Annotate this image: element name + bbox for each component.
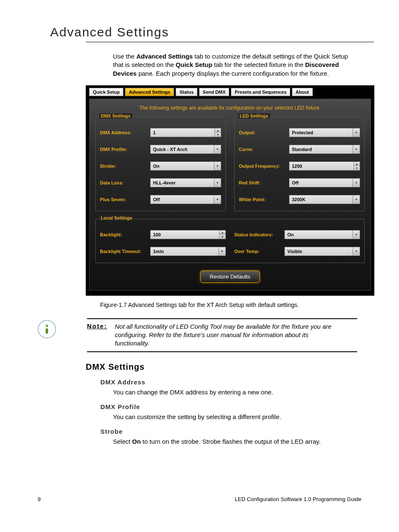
row-status-indicators: Status Indicators: On ▼ (234, 230, 360, 239)
heading-strobe: Strobe (100, 428, 374, 435)
group-local-settings: Local Settings Backlight: 100 ▲ ▼ (95, 219, 365, 263)
dropdown-icon[interactable]: ▼ (214, 195, 221, 204)
input-dmx-profile[interactable]: Quick - XT Arch ▼ (150, 145, 221, 154)
input-data-loss[interactable]: HLL-4ever ▼ (150, 178, 221, 187)
dropdown-icon[interactable]: ▼ (219, 247, 225, 256)
figure-caption: Figure-1.7 Advanced Settings tab for the… (25, 302, 374, 308)
row-strobe: Strobe: On ▼ (100, 161, 221, 171)
spinner-down-icon[interactable]: ▼ (220, 234, 225, 239)
dropdown-icon[interactable]: ▼ (353, 179, 360, 187)
input-white-point[interactable]: 3200K ▼ (289, 195, 360, 204)
row-over-temp: Over Temp: Visible ▼ (234, 247, 360, 256)
tab-about[interactable]: About (292, 88, 313, 96)
row-curve: Curve: Standard ▼ (239, 145, 360, 154)
advanced-settings-panel: Quick Setup Advanced Settings Status Sen… (86, 85, 374, 296)
label-over-temp: Over Temp: (234, 249, 280, 254)
group-led-settings: LED Settings Output: Protected ▼ Curve: … (234, 117, 365, 211)
row-backlight: Backlight: 100 ▲ ▼ (100, 230, 226, 239)
input-curve[interactable]: Standard ▼ (289, 145, 360, 154)
input-output[interactable]: Protected ▼ (289, 128, 360, 137)
spinner-down-icon[interactable]: ▼ (215, 132, 221, 137)
row-white-point: White Point: 3200K ▼ (239, 195, 360, 204)
group-title-dmx: DMX Settings (99, 113, 132, 118)
row-plus-seven: Plus Seven: Off ▼ (100, 195, 221, 204)
dropdown-icon[interactable]: ▼ (353, 195, 360, 204)
footer-doc-title: LED Configuration Software 1.0 Programmi… (235, 496, 361, 502)
input-strobe[interactable]: On ▼ (150, 161, 221, 171)
label-white-point: White Point: (239, 197, 285, 202)
text-dmx-address: You can change the DMX address by enteri… (113, 388, 357, 396)
heading-dmx-address: DMX Address (100, 379, 374, 386)
dropdown-icon[interactable]: ▼ (353, 247, 360, 256)
dropdown-icon[interactable]: ▼ (214, 179, 221, 187)
label-status-indicators: Status Indicators: (234, 232, 280, 237)
input-over-temp[interactable]: Visible ▼ (284, 247, 360, 256)
input-backlight[interactable]: 100 ▲ ▼ (150, 230, 226, 239)
group-title-led: LED Settings (238, 113, 270, 118)
heading-dmx-profile: DMX Profile (100, 403, 374, 410)
row-dmx-address: DMX Address: 1 ▲ ▼ (100, 128, 221, 137)
note-body: Not all functionality of LED Config Tool… (115, 322, 341, 348)
page-title: Advanced Settings (50, 25, 374, 39)
section-dmx-settings: DMX Settings (86, 362, 374, 372)
label-data-loss: Data Loss: (100, 180, 146, 185)
row-output: Output: Protected ▼ (239, 128, 360, 137)
label-curve: Curve: (239, 147, 285, 152)
row-red-shift: Red Shift: Off ▼ (239, 178, 360, 187)
dropdown-icon[interactable]: ▼ (214, 162, 221, 170)
label-strobe: Strobe: (100, 164, 146, 169)
dropdown-icon[interactable]: ▼ (353, 230, 360, 239)
input-backlight-timeout[interactable]: 1min ▼ (150, 247, 226, 256)
panel-body: The following settings are available for… (89, 99, 371, 291)
label-backlight-timeout: Backlight Timeout: (100, 249, 146, 254)
row-backlight-timeout: Backlight Timeout: 1min ▼ (100, 247, 226, 256)
spinner-up-icon[interactable]: ▲ (220, 230, 225, 235)
text-dmx-profile: You can customize the setting by selecti… (113, 413, 357, 421)
input-red-shift[interactable]: Off ▼ (289, 178, 360, 187)
row-dmx-profile: DMX Profile: Quick - XT Arch ▼ (100, 145, 221, 154)
dropdown-icon[interactable]: ▼ (353, 128, 360, 137)
note-block: Note: Not all functionality of LED Confi… (87, 318, 357, 352)
tab-strip: Quick Setup Advanced Settings Status Sen… (89, 88, 371, 96)
label-plus-seven: Plus Seven: (100, 197, 146, 202)
row-output-frequency: Output Frequency: 1200 ▲ ▼ (239, 161, 360, 171)
spinner-down-icon[interactable]: ▼ (354, 166, 360, 170)
tab-quick-setup[interactable]: Quick Setup (89, 88, 123, 96)
input-plus-seven[interactable]: Off ▼ (150, 195, 221, 204)
label-dmx-profile: DMX Profile: (100, 147, 146, 152)
dropdown-icon[interactable]: ▼ (353, 145, 360, 153)
input-status-indicators[interactable]: On ▼ (284, 230, 360, 239)
label-red-shift: Red Shift: (239, 180, 285, 185)
intro-paragraph: Use the Advanced Settings tab to customi… (113, 52, 357, 78)
label-output-frequency: Output Frequency: (239, 164, 285, 169)
spinner-up-icon[interactable]: ▲ (215, 128, 221, 133)
tab-status[interactable]: Status (176, 88, 197, 96)
tab-send-dmx[interactable]: Send DMX (199, 88, 229, 96)
dropdown-icon[interactable]: ▼ (214, 145, 221, 153)
spinner-up-icon[interactable]: ▲ (354, 162, 360, 166)
note-label: Note: (87, 322, 107, 330)
group-title-local: Local Settings (99, 215, 134, 220)
restore-defaults-button[interactable]: Restore Defaults (200, 271, 260, 283)
input-output-frequency[interactable]: 1200 ▲ ▼ (289, 161, 360, 171)
input-dmx-address[interactable]: 1 ▲ ▼ (150, 128, 221, 137)
label-output: Output: (239, 130, 285, 135)
info-icon (38, 320, 56, 338)
label-dmx-address: DMX Address: (100, 130, 146, 135)
label-backlight: Backlight: (100, 232, 146, 237)
tab-presets-sequences[interactable]: Presets and Sequences (231, 88, 290, 96)
text-strobe: Select On to turn on the strobe. Strobe … (113, 437, 357, 446)
tab-advanced-settings[interactable]: Advanced Settings (125, 88, 174, 96)
panel-caption: The following settings are available for… (95, 105, 365, 111)
row-data-loss: Data Loss: HLL-4ever ▼ (100, 178, 221, 187)
footer-page-number: 9 (38, 496, 41, 502)
title-rule (86, 42, 374, 42)
group-dmx-settings: DMX Settings DMX Address: 1 ▲ ▼ DMX Prof… (95, 117, 226, 211)
